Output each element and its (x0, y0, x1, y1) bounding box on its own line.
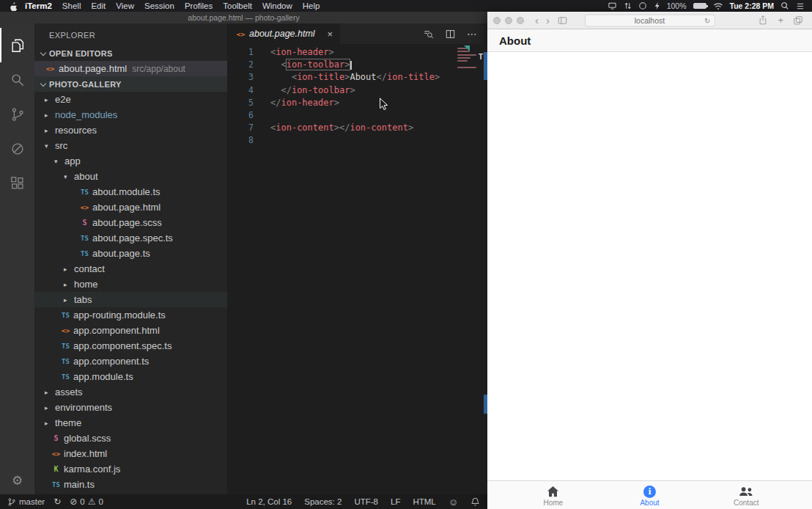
explorer-icon[interactable] (0, 28, 34, 62)
find-icon[interactable] (423, 29, 434, 40)
tree-item-about.page.spec.ts[interactable]: TSabout.page.spec.ts (34, 230, 227, 246)
eol-setting[interactable]: LF (391, 497, 400, 506)
twisty-icon[interactable]: ▸ (64, 266, 72, 273)
code-line[interactable]: 6 (227, 109, 487, 122)
apple-menu-icon[interactable] (9, 1, 17, 11)
menu-shell[interactable]: Shell (57, 1, 86, 10)
sidebar-toggle-icon[interactable] (557, 15, 568, 26)
minimize-window-button[interactable] (505, 17, 512, 24)
menu-extra-icon[interactable] (638, 1, 647, 10)
encoding-setting[interactable]: UTF-8 (354, 497, 378, 506)
code-line[interactable]: 3 <ion-title>About</ion-title> (227, 71, 487, 84)
tab-about-page-html[interactable]: <> about.page.html × (227, 23, 340, 44)
debug-icon[interactable] (0, 131, 34, 166)
tree-item-app.component.html[interactable]: <>app.component.html (34, 323, 227, 338)
code-line[interactable]: 7<ion-content></ion-content> (227, 122, 487, 134)
show-all-tabs-icon[interactable] (793, 15, 803, 26)
tree-item-app.module.ts[interactable]: TSapp.module.ts (34, 369, 227, 384)
tree-item-e2e[interactable]: ▸e2e (34, 92, 227, 107)
tree-item-main.ts[interactable]: TSmain.ts (34, 477, 227, 492)
tree-item-about.module.ts[interactable]: TSabout.module.ts (34, 184, 227, 199)
menu-extra-icon[interactable] (624, 1, 632, 10)
tree-item-home[interactable]: ▸home (34, 277, 227, 292)
twisty-icon[interactable]: ▸ (64, 296, 72, 304)
tree-item-global.scss[interactable]: Sglobal.scss (34, 431, 227, 446)
back-button[interactable]: ‹ (531, 15, 542, 26)
extensions-icon[interactable] (0, 166, 34, 200)
git-branch-indicator[interactable]: master (7, 497, 45, 507)
code-editor[interactable]: 1<ion-header>2 <ion-toolbar>3 <ion-title… (227, 44, 487, 494)
open-editor-item[interactable]: <> about.page.html src/app/about (34, 61, 227, 76)
feedback-smiley-icon[interactable]: ☺ (449, 497, 458, 508)
problems-indicator[interactable]: ⊘ 0 ⚠ 0 (70, 497, 103, 507)
indentation-setting[interactable]: Spaces: 2 (304, 497, 342, 506)
twisty-icon[interactable]: ▸ (45, 127, 53, 134)
tree-item-about.page.ts[interactable]: TSabout.page.ts (34, 246, 227, 261)
twisty-icon[interactable]: ▸ (64, 281, 72, 288)
search-icon[interactable] (0, 62, 34, 97)
menu-view[interactable]: View (111, 1, 139, 10)
tree-item-index.html[interactable]: <>index.html (34, 446, 227, 461)
zoom-window-button[interactable] (517, 17, 524, 24)
menu-extra-icon[interactable] (608, 1, 617, 10)
battery-icon[interactable] (693, 3, 706, 9)
tree-item-app[interactable]: ▾app (34, 153, 227, 169)
tab-home[interactable]: Home (523, 484, 584, 507)
notification-center-icon[interactable] (796, 2, 805, 10)
tree-item-about.page.scss[interactable]: Sabout.page.scss (34, 215, 227, 230)
source-control-icon[interactable] (0, 97, 34, 131)
close-tab-icon[interactable]: × (327, 29, 333, 40)
language-mode[interactable]: HTML (413, 497, 435, 506)
twisty-icon[interactable]: ▾ (64, 173, 72, 180)
tree-item-src[interactable]: ▾src (34, 138, 227, 153)
forward-button[interactable]: › (542, 15, 553, 26)
twisty-icon[interactable]: ▸ (45, 111, 53, 119)
menu-edit[interactable]: Edit (86, 1, 111, 10)
spotlight-icon[interactable] (780, 1, 789, 10)
twisty-icon[interactable]: ▾ (45, 142, 53, 150)
split-editor-icon[interactable] (445, 29, 456, 40)
tree-item-tabs[interactable]: ▸tabs (34, 292, 227, 307)
settings-gear-icon[interactable]: ⚙ (0, 473, 34, 488)
tab-contact[interactable]: Contact (715, 484, 777, 507)
more-actions-icon[interactable]: ⋯ (467, 28, 478, 40)
code-line[interactable]: 2 <ion-toolbar> (227, 59, 487, 71)
tree-item-resources[interactable]: ▸resources (34, 122, 227, 138)
sync-icon[interactable]: ↻ (53, 497, 61, 507)
reload-icon[interactable]: ↻ (704, 16, 710, 24)
tree-item-app.component.ts[interactable]: TSapp.component.ts (34, 354, 227, 369)
share-icon[interactable] (758, 15, 768, 26)
twisty-icon[interactable]: ▸ (45, 389, 53, 396)
tree-item-theme[interactable]: ▸theme (34, 415, 227, 431)
new-tab-icon[interactable]: + (778, 15, 783, 25)
vscode-titlebar[interactable]: about.page.html — photo-gallery (0, 12, 487, 23)
twisty-icon[interactable]: ▸ (45, 404, 53, 411)
tab-about[interactable]: i About (619, 484, 681, 507)
tree-item-about[interactable]: ▾about (34, 169, 227, 184)
cursor-position[interactable]: Ln 2, Col 16 (246, 497, 292, 506)
notifications-bell-icon[interactable] (470, 497, 480, 507)
menu-toolbelt[interactable]: Toolbelt (218, 1, 257, 10)
twisty-icon[interactable]: ▾ (54, 158, 62, 165)
code-line[interactable]: 5</ion-header> (227, 97, 487, 109)
menu-window[interactable]: Window (257, 1, 298, 10)
tree-item-environments[interactable]: ▸environments (34, 400, 227, 415)
twisty-icon[interactable]: ▸ (45, 96, 53, 103)
code-line[interactable]: 1<ion-header> (227, 46, 487, 59)
menu-extra-icon[interactable] (654, 1, 660, 10)
code-line[interactable]: 4 </ion-toolbar> (227, 84, 487, 97)
tree-item-app-routing.module.ts[interactable]: TSapp-routing.module.ts (34, 307, 227, 323)
menu-clock[interactable]: Tue 2:28 PM (730, 1, 775, 10)
tree-item-node_modules[interactable]: ▸node_modules (34, 107, 227, 122)
menu-help[interactable]: Help (298, 1, 325, 10)
tree-item-app.component.spec.ts[interactable]: TSapp.component.spec.ts (34, 338, 227, 354)
menu-session[interactable]: Session (139, 1, 180, 10)
close-window-button[interactable] (493, 17, 501, 24)
code-line[interactable]: 8 (227, 134, 487, 147)
wifi-icon[interactable] (713, 2, 723, 10)
tree-item-contact[interactable]: ▸contact (34, 261, 227, 277)
address-bar[interactable]: localhost ↻ (585, 14, 715, 26)
tree-item-assets[interactable]: ▸assets (34, 384, 227, 400)
open-editors-section[interactable]: OPEN EDITORS (34, 45, 227, 61)
minimap[interactable] (457, 48, 478, 73)
